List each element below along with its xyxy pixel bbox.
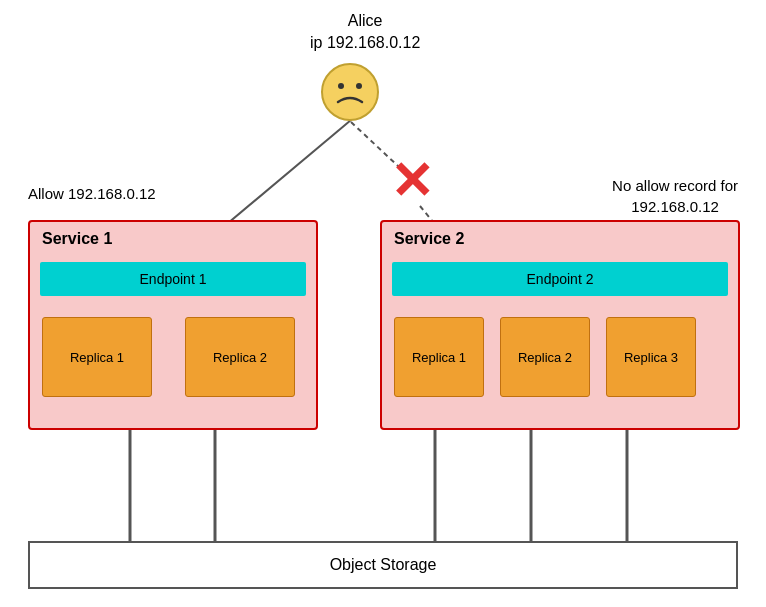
service1-box: Service 1 Endpoint 1 Replica 1 Replica 2 [28, 220, 318, 430]
allow-label: Allow 192.168.0.12 [28, 185, 156, 202]
service1-label: Service 1 [42, 230, 112, 248]
service1-endpoint: Endpoint 1 [40, 262, 306, 296]
red-x-icon: ✕ [390, 155, 434, 207]
alice-ip: ip 192.168.0.12 [310, 32, 420, 54]
service1-replica1: Replica 1 [42, 317, 152, 397]
service1-replica2: Replica 2 [185, 317, 295, 397]
service2-replica2: Replica 2 [500, 317, 590, 397]
alice-avatar [320, 62, 380, 122]
alice-label: Alice ip 192.168.0.12 [310, 10, 420, 55]
svg-point-10 [338, 83, 344, 89]
storage-label: Object Storage [330, 556, 437, 574]
service2-endpoint: Endpoint 2 [392, 262, 728, 296]
svg-point-11 [356, 83, 362, 89]
service2-replica1: Replica 1 [394, 317, 484, 397]
service2-replica3: Replica 3 [606, 317, 696, 397]
alice-name: Alice [310, 10, 420, 32]
service2-label: Service 2 [394, 230, 464, 248]
no-allow-label: No allow record for 192.168.0.12 [612, 175, 738, 217]
service2-box: Service 2 Endpoint 2 Replica 1 Replica 2… [380, 220, 740, 430]
svg-point-9 [322, 64, 378, 120]
diagram: Alice ip 192.168.0.12 Allow 192.168.0.12… [0, 0, 766, 607]
storage-box: Object Storage [28, 541, 738, 589]
